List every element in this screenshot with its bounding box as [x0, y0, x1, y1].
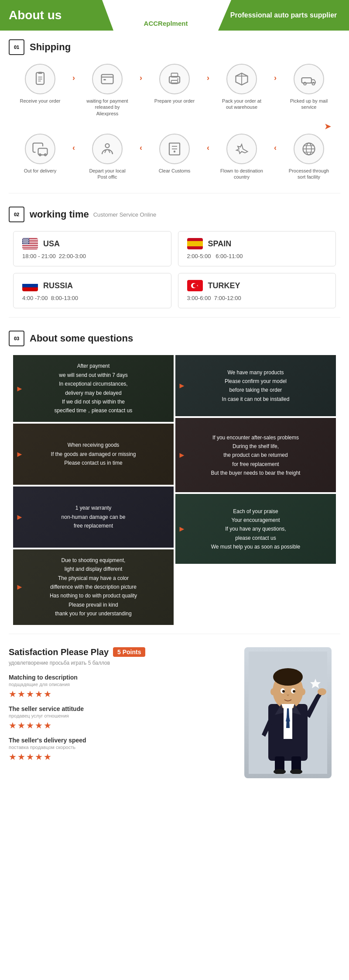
flow-label-3: Prepare your order	[154, 98, 195, 104]
svg-point-11	[177, 79, 178, 80]
sat-right	[236, 647, 340, 778]
postman-icon	[99, 141, 115, 157]
flow-circle-6	[25, 134, 55, 164]
svg-point-20	[106, 144, 109, 148]
svg-point-54	[26, 241, 27, 242]
flag-russia	[22, 280, 38, 291]
q-item-5: ► We have many productsPlease confirm yo…	[175, 355, 336, 416]
questions-grid: ► After paymentwe will send out within 7…	[9, 355, 340, 625]
about-us-title: About us	[9, 8, 62, 22]
q-arrow-3: ►	[16, 512, 24, 521]
svg-rect-69	[22, 284, 38, 287]
sat-item-title-1: Matching to description	[9, 674, 227, 681]
svg-point-86	[293, 690, 295, 693]
delivery-icon	[32, 141, 48, 157]
svg-point-58	[25, 242, 26, 243]
flow-label-8: Clear Customs	[159, 168, 191, 174]
wt-times-turkey: 3:00-6:00 7:00-12:00	[187, 295, 327, 301]
sat-item-3: The seller's delivery speed поставка про…	[9, 737, 227, 762]
svg-point-73	[193, 284, 197, 288]
wt-times-usa: 18:00 - 21:00 22:00-3:00	[22, 253, 162, 259]
svg-point-41	[27, 238, 27, 239]
svg-point-63	[26, 243, 27, 244]
svg-point-52	[24, 241, 24, 242]
svg-point-38	[23, 238, 24, 239]
flag-spain	[187, 238, 203, 249]
svg-rect-35	[22, 246, 38, 247]
sat-stars-3: ★★★★★	[9, 752, 227, 762]
flow-circle-5	[294, 64, 324, 94]
person-svg	[249, 652, 327, 774]
flow-label-7: Depart your local Post offic	[86, 168, 129, 180]
flow-arrow-2: ›	[140, 73, 142, 83]
flow-label-10: Processed through sort facility	[287, 168, 331, 180]
flow-circle-1	[25, 64, 55, 94]
flow-label-4: Pack your order at out warehouse	[220, 98, 263, 110]
flow-arrow-left-2: ‹	[140, 143, 142, 152]
flow-item-9: Flown to destination country	[220, 134, 263, 180]
svg-point-81	[270, 688, 276, 695]
shipping-num: 01	[9, 39, 24, 55]
q-item-2: ► When receiving goodsIf the goods are d…	[13, 424, 174, 485]
questions-section: 03 About some questions ► After paymentw…	[0, 322, 349, 629]
svg-point-55	[27, 241, 28, 242]
flow-label-1: Receive your order	[20, 98, 61, 104]
svg-rect-7	[103, 79, 106, 80]
q-text-6: If you encounter after-sales problemsDur…	[211, 433, 301, 478]
svg-point-80	[273, 668, 303, 686]
sat-subtitle: удовлетворение просьба играть 5 баллов	[9, 660, 227, 666]
sat-stars-1: ★★★★★	[9, 689, 227, 699]
q-item-6: ► If you encounter after-sales problemsD…	[175, 418, 336, 492]
working-time-sub: Customer Service Online	[93, 211, 157, 218]
satisfaction-section: Satisfaction Please Play 5 Points удовле…	[0, 638, 349, 787]
q-item-4: ► Due to shooting equipment,light and di…	[13, 549, 174, 625]
wt-country-usa: USA	[22, 238, 162, 249]
flow-arrow-down: ➤	[13, 121, 336, 131]
country-name-spain: SPAIN	[208, 239, 232, 248]
sat-item-title-2: The seller service attitude	[9, 705, 227, 712]
sat-stars-2: ★★★★★	[9, 720, 227, 731]
flow-circle-2	[92, 64, 123, 94]
flow-item-6: Out for delivery	[18, 134, 62, 174]
wt-card-spain: SPAIN 2:00-5:00 6:00-11:00	[178, 231, 336, 266]
svg-point-46	[27, 239, 28, 240]
flow-arrow-left-3: ‹	[207, 143, 209, 152]
sat-title: Satisfaction Please Play	[9, 647, 109, 657]
q-arrow-7: ►	[178, 525, 186, 534]
working-time-num: 02	[9, 207, 24, 222]
svg-rect-14	[302, 78, 312, 83]
svg-rect-66	[187, 241, 203, 246]
q-arrow-5: ►	[178, 381, 186, 390]
svg-point-57	[24, 242, 25, 243]
wt-card-russia: RUSSIA 4:00 -7:00 8:00-13:00	[13, 273, 171, 308]
globe-icon	[301, 141, 317, 157]
flow-label-6: Out for delivery	[24, 168, 57, 174]
flow-item-3: Prepare your order	[153, 64, 196, 104]
wt-times-spain: 2:00-5:00 6:00-11:00	[187, 253, 327, 259]
svg-point-62	[25, 243, 26, 244]
svg-point-42	[28, 238, 29, 239]
sat-item-1: Matching to description подщадящие для о…	[9, 674, 227, 699]
person-illustration	[244, 647, 332, 778]
flow-arrow-3: ›	[207, 73, 209, 83]
flow-arrow-4: ›	[274, 73, 277, 83]
flow-circle-10	[294, 134, 324, 164]
flow-row-1: Receive your order › waiting for payment…	[13, 64, 336, 117]
svg-point-49	[25, 240, 26, 241]
svg-rect-0	[36, 72, 44, 84]
wt-times-russia: 4:00 -7:00 8:00-13:00	[22, 295, 162, 301]
payment-icon	[99, 71, 115, 87]
flow-label-2: waiting for payment released by Aliexpre…	[86, 98, 129, 117]
shipping-title-row: 01 Shipping	[9, 39, 340, 55]
plane-icon	[234, 141, 250, 157]
clipboard-icon	[32, 71, 48, 87]
sat-item-sub-3: поставка продавцом скорость	[9, 745, 227, 750]
country-name-usa: USA	[43, 239, 60, 248]
svg-point-59	[27, 242, 27, 243]
pickup-icon	[301, 71, 317, 87]
sat-item-title-3: The seller's delivery speed	[9, 737, 227, 744]
q-text-4: Due to shooting equipment,light and disp…	[50, 556, 137, 618]
q-item-7: ► Each of your praiseYour encouragementI…	[175, 494, 336, 564]
questions-num: 03	[9, 331, 24, 346]
brand-name: ACCReplment	[144, 20, 188, 27]
